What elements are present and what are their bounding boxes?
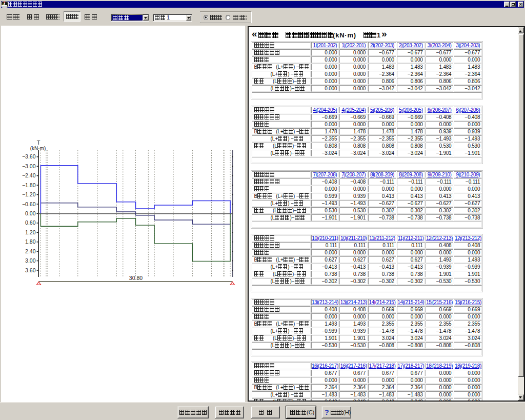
svg-text:−2.40: −2.40 bbox=[22, 172, 36, 178]
svg-text:0.00: 0.00 bbox=[25, 210, 36, 216]
svg-text:−1.80: −1.80 bbox=[22, 182, 36, 188]
svg-text:30.80: 30.80 bbox=[129, 275, 143, 281]
svg-text:1.20: 1.20 bbox=[25, 229, 36, 235]
svg-text:−1.20: −1.20 bbox=[22, 191, 36, 197]
svg-text:−3.60: −3.60 bbox=[22, 153, 36, 159]
svg-text:(kN·m): (kN·m) bbox=[30, 146, 46, 151]
svg-text:T: T bbox=[37, 139, 41, 146]
svg-text:−0.60: −0.60 bbox=[22, 201, 36, 207]
svg-text:0.60: 0.60 bbox=[25, 219, 36, 226]
svg-text:1.80: 1.80 bbox=[25, 238, 36, 245]
svg-text:−3.00: −3.00 bbox=[22, 163, 36, 169]
svg-text:2.40: 2.40 bbox=[25, 248, 36, 254]
svg-text:3.60: 3.60 bbox=[25, 267, 36, 273]
svg-text:3.00: 3.00 bbox=[25, 257, 36, 264]
